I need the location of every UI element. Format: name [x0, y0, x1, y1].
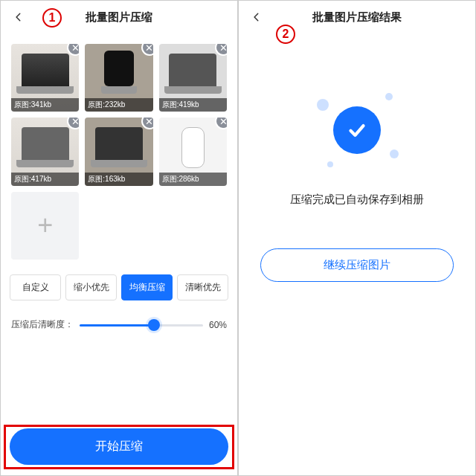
check-icon — [333, 106, 381, 154]
thumbnail-caption: 原图:163kb — [85, 173, 152, 186]
mode-balanced[interactable]: 均衡压缩 — [121, 274, 173, 300]
mode-clear-priority[interactable]: 清晰优先 — [177, 274, 228, 300]
thumbnail[interactable]: ✕ 原图:286kb — [159, 118, 227, 185]
back-button[interactable] — [7, 1, 30, 33]
slider-fill — [80, 324, 154, 327]
remove-image-button[interactable]: ✕ — [67, 44, 79, 56]
screen-result: 批量图片压缩结果 2 压缩完成已自动保存到相册 继续压缩图片 — [238, 0, 476, 476]
thumbnail-caption: 原图:417kb — [11, 173, 79, 186]
chevron-left-icon — [251, 12, 262, 22]
header: 批量图片压缩结果 — [239, 1, 475, 33]
step-badge-1: 1 — [42, 8, 62, 28]
thumbnail-caption: 原图:419kb — [159, 98, 227, 112]
remove-image-button[interactable]: ✕ — [215, 44, 227, 56]
footer: 开始压缩 — [1, 422, 237, 475]
add-image-button[interactable]: + — [11, 192, 79, 260]
close-icon: ✕ — [219, 118, 228, 127]
mode-small-priority[interactable]: 缩小优先 — [65, 274, 117, 300]
start-compress-button[interactable]: 开始压缩 — [10, 428, 228, 465]
mode-custom[interactable]: 自定义 — [10, 274, 61, 300]
success-graphic — [312, 86, 402, 175]
clarity-slider-row: 压缩后清晰度： 60% — [1, 309, 237, 340]
screen-compress: 批量图片压缩 1 ✕ 原图:341kb ✕ 原图:232kb ✕ 原图:419k… — [0, 0, 238, 476]
plus-icon: + — [37, 210, 53, 241]
back-button[interactable] — [245, 1, 268, 33]
header: 批量图片压缩 — [1, 1, 237, 33]
thumbnail[interactable]: ✕ 原图:232kb — [85, 44, 152, 112]
image-grid: ✕ 原图:341kb ✕ 原图:232kb ✕ 原图:419kb ✕ 原图:41… — [1, 33, 237, 270]
close-icon: ✕ — [219, 44, 228, 54]
thumbnail[interactable]: ✕ 原图:163kb — [85, 118, 152, 185]
close-icon: ✕ — [145, 44, 153, 54]
clarity-slider[interactable] — [80, 319, 203, 331]
thumbnail[interactable]: ✕ 原图:419kb — [159, 44, 227, 112]
remove-image-button[interactable]: ✕ — [67, 118, 79, 129]
chevron-left-icon — [13, 12, 24, 22]
slider-knob[interactable] — [148, 319, 160, 331]
thumbnail-caption: 原图:286kb — [159, 173, 227, 186]
page-title: 批量图片压缩结果 — [312, 10, 402, 25]
continue-compress-button[interactable]: 继续压缩图片 — [260, 248, 454, 282]
slider-value: 60% — [209, 320, 227, 330]
thumbnail-caption: 原图:341kb — [11, 98, 79, 112]
result-panel: 压缩完成已自动保存到相册 继续压缩图片 — [239, 33, 475, 475]
slider-label: 压缩后清晰度： — [11, 318, 74, 331]
step-badge-2: 2 — [276, 25, 295, 44]
thumbnail[interactable]: ✕ 原图:417kb — [11, 118, 79, 185]
page-title: 批量图片压缩 — [86, 10, 152, 25]
thumbnail[interactable]: ✕ 原图:341kb — [11, 44, 79, 112]
result-message: 压缩完成已自动保存到相册 — [290, 193, 424, 207]
close-icon: ✕ — [71, 118, 80, 127]
thumbnail-caption: 原图:232kb — [85, 98, 152, 112]
remove-image-button[interactable]: ✕ — [141, 44, 153, 56]
close-icon: ✕ — [71, 44, 80, 54]
remove-image-button[interactable]: ✕ — [215, 118, 227, 129]
remove-image-button[interactable]: ✕ — [141, 118, 153, 129]
close-icon: ✕ — [145, 118, 153, 127]
mode-selector: 自定义 缩小优先 均衡压缩 清晰优先 — [1, 270, 237, 309]
